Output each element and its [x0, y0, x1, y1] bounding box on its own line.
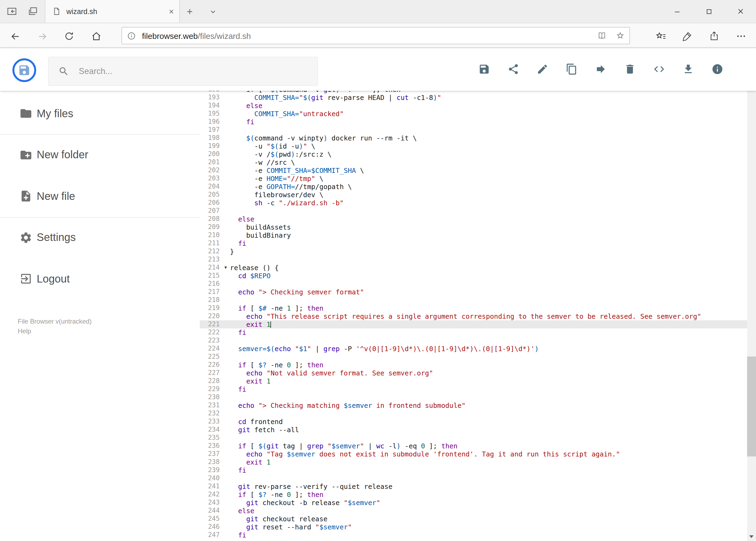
new-tab-button[interactable] — [185, 6, 196, 17]
refresh-button[interactable] — [58, 30, 80, 43]
code-line[interactable]: 205 filebrowser/dev \ — [200, 191, 747, 199]
code-line[interactable]: 226 if [ $? -ne 0 ]; then — [200, 361, 747, 369]
info-button[interactable] — [711, 63, 723, 75]
code-line[interactable]: 222 fi — [200, 328, 747, 336]
code-line[interactable]: 241 git rev-parse --verify --quiet relea… — [200, 482, 747, 490]
code-line[interactable]: 202 -e COMMIT_SHA=$COMMIT_SHA \ — [200, 166, 747, 175]
code-line[interactable]: 217 echo "> Checking semver format" — [200, 288, 747, 296]
code-line[interactable]: 221 exit 1 — [200, 320, 747, 328]
code-line[interactable]: 193 COMMIT_SHA="$(git rev-parse HEAD | c… — [200, 94, 747, 102]
code-line[interactable]: 216 — [200, 280, 747, 288]
code-line[interactable]: 213 — [200, 256, 747, 264]
fold-gutter — [221, 336, 230, 345]
download-button[interactable] — [682, 63, 694, 75]
code-line[interactable]: 197 — [200, 126, 747, 134]
code-line[interactable]: 195 COMMIT_SHA="untracked" — [200, 110, 747, 118]
code-line[interactable]: 198 $(command -v winpty) docker run --rm… — [200, 134, 747, 142]
set-tabs-aside-button[interactable] — [6, 6, 17, 17]
code-line[interactable]: 200 -v /$(pwd):/src:z \ — [200, 150, 747, 158]
code-line[interactable]: 212} — [200, 248, 747, 256]
scroll-down-button[interactable] — [747, 532, 756, 541]
sidebar-item-new-file[interactable]: New file — [0, 183, 200, 209]
code-line[interactable]: 239 fi — [200, 466, 747, 474]
code-line[interactable]: 227 echo "Not valid semver format. See s… — [200, 369, 747, 377]
code-line[interactable]: 229 fi — [200, 385, 747, 393]
search-input[interactable] — [78, 66, 285, 77]
code-line[interactable]: 223 — [200, 336, 747, 345]
tab-preview-toggle-button[interactable] — [208, 6, 219, 17]
sidebar-item-settings[interactable]: Settings — [0, 225, 200, 251]
code-line[interactable]: 215 cd $REPO — [200, 272, 747, 280]
code-line[interactable]: 204 -e GOPATH=//tmp/gopath \ — [200, 183, 747, 191]
address-bar[interactable]: filebrowser.web/files/wizard.sh — [122, 27, 630, 44]
code-line[interactable]: 231 echo "> Checking matching $semver in… — [200, 401, 747, 409]
code-line[interactable]: 219 if [ $# -ne 1 ]; then — [200, 304, 747, 312]
code-line[interactable]: 199 -u "$(id -u)" \ — [200, 142, 747, 150]
code-line[interactable]: 201 -w //src \ — [200, 158, 747, 166]
code-line[interactable]: 247 fi — [200, 531, 747, 539]
close-window-button[interactable] — [727, 0, 754, 23]
save-button[interactable] — [478, 63, 490, 75]
code-line[interactable]: 235 — [200, 434, 747, 442]
hub-button[interactable] — [650, 30, 671, 43]
code-line[interactable]: 246 git reset --hard "$semver" — [200, 523, 747, 531]
code-line[interactable]: 242 if [ $? -ne 0 ]; then — [200, 490, 747, 499]
copy-button[interactable] — [566, 63, 578, 75]
search-box[interactable] — [48, 57, 318, 86]
favorite-star-button[interactable] — [611, 28, 630, 44]
code-editor[interactable]: 192 if [ "$(command -v git)" != "" ]; th… — [200, 91, 747, 541]
code-line[interactable]: 203 -e HOME="//tmp" \ — [200, 175, 747, 183]
code-line[interactable]: 244 else — [200, 507, 747, 515]
code-line[interactable]: 243 git checkout -b release "$semver" — [200, 499, 747, 507]
scrollbar-thumb[interactable] — [747, 356, 756, 456]
code-line[interactable]: 228 exit 1 — [200, 377, 747, 385]
code-line[interactable]: 192 if [ "$(command -v git)" != "" ]; th… — [200, 91, 747, 94]
share-button[interactable] — [507, 63, 519, 75]
code-view-button[interactable] — [653, 63, 665, 75]
code-line[interactable]: 208 else — [200, 215, 747, 223]
rename-button[interactable] — [537, 63, 549, 75]
code-line[interactable]: 245 git checkout release — [200, 515, 747, 523]
more-menu-button[interactable] — [730, 30, 752, 43]
sidebar-item-logout[interactable]: Logout — [0, 266, 200, 292]
code-line[interactable]: 209 buildAssets — [200, 223, 747, 231]
move-button[interactable] — [595, 63, 607, 75]
code-line[interactable]: 232 — [200, 409, 747, 417]
maximize-button[interactable] — [695, 0, 722, 23]
code-line[interactable]: 211 fi — [200, 239, 747, 248]
reading-view-button[interactable] — [593, 28, 611, 44]
code-line[interactable]: 194 else — [200, 102, 747, 110]
sidebar-item-my-files[interactable]: My files — [0, 101, 200, 126]
help-link[interactable]: Help — [18, 327, 31, 335]
code-line[interactable]: 218 — [200, 296, 747, 304]
code-line[interactable]: 240 — [200, 474, 747, 482]
delete-button[interactable] — [624, 63, 636, 75]
browser-tab[interactable]: wizard.sh — [45, 0, 180, 23]
code-line[interactable]: 233 cd frontend — [200, 417, 747, 426]
annotate-button[interactable] — [676, 30, 698, 43]
code-line[interactable]: 207 — [200, 207, 747, 215]
home-button[interactable] — [85, 30, 107, 43]
back-button[interactable] — [4, 30, 26, 43]
vertical-scrollbar[interactable] — [747, 48, 756, 541]
share-page-button[interactable] — [703, 30, 725, 43]
code-line[interactable]: 225 — [200, 353, 747, 361]
code-line[interactable]: 214▾release () { — [200, 264, 747, 272]
code-line[interactable]: 237 echo "Tag $semver does not exist in … — [200, 450, 747, 458]
code-line[interactable]: 224 semver=$(echo "$1" | grep -P '^v(0|[… — [200, 345, 747, 353]
forward-button[interactable] — [31, 30, 53, 43]
tabs-set-aside-list-button[interactable] — [28, 6, 38, 17]
code-line[interactable]: 196 fi — [200, 118, 747, 126]
code-line[interactable]: 230 — [200, 393, 747, 401]
code-line[interactable]: 234 git fetch --all — [200, 426, 747, 434]
code-line[interactable]: 236 if [ $(git tag | grep "$semver" | wc… — [200, 442, 747, 450]
site-info-icon[interactable] — [127, 31, 136, 40]
code-line[interactable]: 220 echo "This release script requires a… — [200, 312, 747, 320]
tab-close-button[interactable] — [163, 3, 179, 19]
code-line[interactable]: 210 buildBinary — [200, 231, 747, 239]
code-line[interactable]: 238 exit 1 — [200, 458, 747, 466]
fold-arrow-icon[interactable]: ▾ — [221, 264, 230, 272]
sidebar-item-new-folder[interactable]: New folder — [0, 142, 200, 168]
minimize-button[interactable] — [663, 0, 690, 23]
code-line[interactable]: 206 sh -c "./wizard.sh -b" — [200, 199, 747, 207]
